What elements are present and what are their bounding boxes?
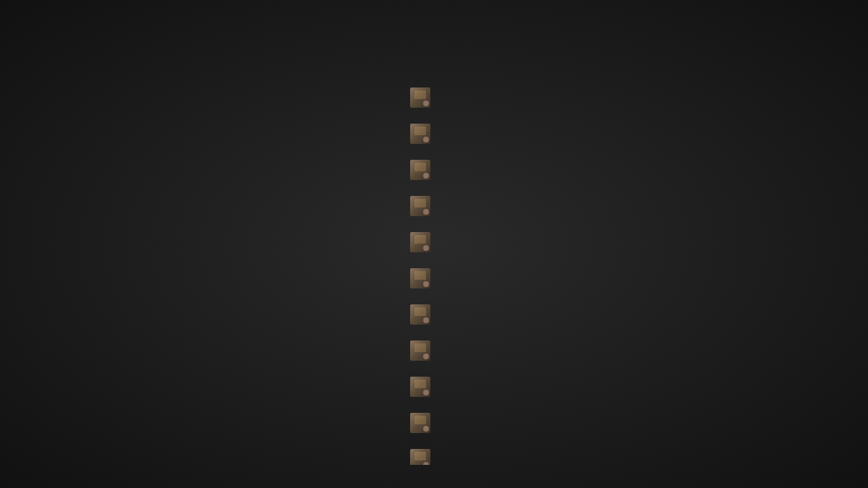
item-image — [410, 232, 430, 252]
item-image — [410, 196, 430, 216]
item-image — [410, 413, 430, 433]
item-image — [410, 304, 430, 325]
item-thumbnail — [407, 121, 433, 147]
item-thumbnail — [407, 229, 433, 255]
item-image — [410, 341, 430, 361]
item-image — [410, 268, 430, 288]
item-thumbnail — [407, 410, 433, 436]
item-thumbnail — [407, 193, 433, 219]
item-image — [410, 449, 430, 466]
main-container: TRADERS FLEA MARKET BACK BROWSE W-LIST M… — [0, 0, 868, 488]
item-image — [410, 87, 430, 108]
item-image — [410, 377, 430, 397]
item-thumbnail — [407, 85, 433, 111]
background — [0, 0, 868, 488]
item-thumbnail — [407, 157, 433, 183]
item-thumbnail — [407, 446, 433, 466]
item-thumbnail — [407, 265, 433, 291]
item-thumbnail — [407, 301, 433, 328]
item-thumbnail — [407, 374, 433, 400]
item-thumbnail — [407, 338, 433, 364]
item-image — [410, 160, 430, 180]
item-image — [410, 124, 430, 144]
